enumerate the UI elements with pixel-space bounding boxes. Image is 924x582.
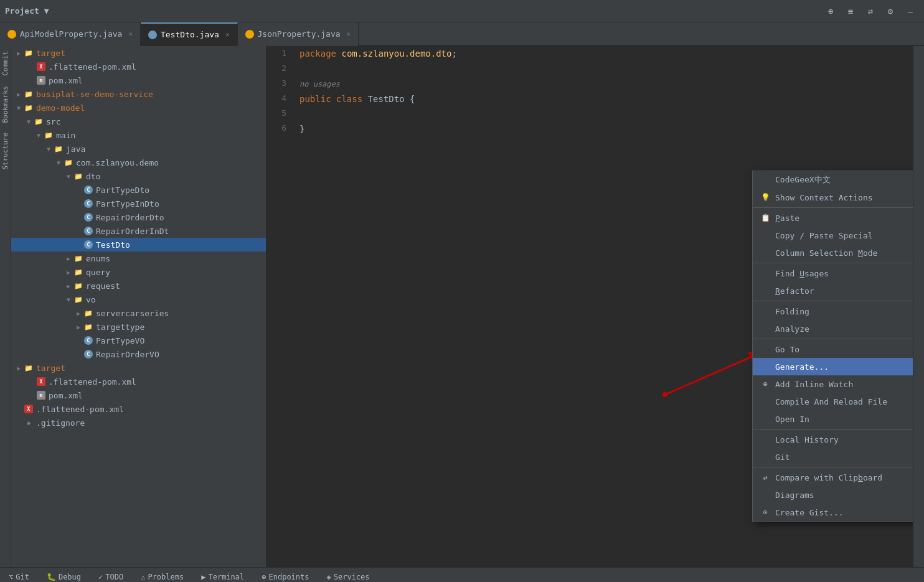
tree-item-package[interactable]: ▼ 📁 com.szlanyou.demo	[11, 156, 266, 169]
menu-item-compile-reload[interactable]: Compile And Reload File	[753, 393, 913, 410]
tree-item-targettype[interactable]: ▶ 📁 targettype	[11, 320, 266, 334]
menu-item-refactor[interactable]: Refactor ▶	[753, 282, 913, 299]
tree-label: main	[56, 131, 75, 140]
code-content[interactable]: package com.szlanyou.demo.dto; no usages…	[295, 46, 913, 136]
tree-item-vo[interactable]: ▼ 📁 vo	[11, 293, 266, 306]
menu-item-show-context[interactable]: 💡 Show Context Actions Ctrl+1	[753, 189, 913, 206]
arrow-icon	[26, 75, 36, 85]
menu-item-diagrams[interactable]: Diagrams ▶	[753, 486, 913, 504]
menu-item-open-in[interactable]: Open In ▶	[753, 410, 913, 428]
tab-api[interactable]: ApiModelProperty.java ✕	[0, 22, 141, 46]
tree-item-parttypeindto[interactable]: C PartTypeInDto	[11, 197, 266, 210]
toolbar-sort-btn[interactable]: ⇄	[862, 2, 879, 20]
right-labels	[913, 46, 924, 567]
menu-item-codegee[interactable]: CodeGeeX中文 ▶	[753, 171, 913, 189]
toolbar-add-btn[interactable]: ⊕	[822, 2, 839, 20]
tab-json[interactable]: JsonProperty.java ✕	[238, 22, 359, 46]
debug-label: Debug	[59, 573, 81, 581]
menu-item-analyze[interactable]: Analyze ▶	[753, 320, 913, 337]
tab-close-json[interactable]: ✕	[347, 30, 351, 38]
left-label-structure[interactable]: Structure	[0, 128, 11, 175]
tree-item-demo-model[interactable]: ▼ 📁 demo-model	[11, 101, 266, 115]
class-icon: C	[83, 185, 93, 195]
folder-icon: 📁	[34, 116, 44, 126]
arrow-icon: ▶	[14, 48, 24, 58]
bottom-git[interactable]: ⌥ Git	[5, 571, 33, 583]
debug-icon: 🐛	[47, 573, 56, 581]
tree-item-flattened1[interactable]: X .flattened-pom.xml	[11, 60, 266, 73]
menu-item-go-to[interactable]: Go To ▶	[753, 340, 913, 358]
menu-item-paste[interactable]: 📋 Paste Ctrl+V	[753, 209, 913, 227]
toolbar-settings-btn[interactable]: ⚙	[882, 2, 899, 20]
tab-label-test: TestDto.java	[161, 30, 219, 39]
left-label-commit[interactable]: Commit	[0, 46, 11, 81]
tab-test[interactable]: TestDto.java ✕	[141, 22, 238, 46]
tree-item-pom2[interactable]: m pom.xml	[11, 388, 266, 402]
bottom-endpoints[interactable]: ⊕ Endpoints	[258, 571, 313, 583]
menu-item-find-usages[interactable]: Find Usages Ctrl+G	[753, 265, 913, 282]
tree-item-target1[interactable]: ▶ 📁 target	[11, 46, 266, 60]
menu-item-column-selection[interactable]: Column Selection Mode Alt+Shift+Insert	[753, 244, 913, 261]
xml-icon: X	[24, 404, 34, 414]
tab-close-test[interactable]: ✕	[225, 31, 230, 39]
arrow-icon: ▶	[14, 363, 24, 373]
menu-item-local-history[interactable]: Local History ▶	[753, 431, 913, 448]
svg-line-1	[665, 351, 765, 395]
tree-item-servercarseries[interactable]: ▶ 📁 servercarseries	[11, 306, 266, 320]
folder-icon: 📁	[83, 308, 93, 318]
menu-item-folding[interactable]: Folding ▶	[753, 303, 913, 320]
menu-item-compare-clipboard[interactable]: ⇄ Compare with Clipboard	[753, 469, 913, 486]
dropdown-arrow-icon[interactable]: ▼	[44, 6, 49, 16]
menu-item-add-inline-watch[interactable]: ⊕ Add Inline Watch	[753, 375, 913, 393]
tree-item-testdto[interactable]: C TestDto	[11, 238, 266, 251]
tree-item-repairorderdto[interactable]: C RepairOrderDto	[11, 210, 266, 224]
arrow-icon	[73, 336, 83, 345]
class-icon: C	[83, 226, 93, 236]
bottom-debug[interactable]: 🐛 Debug	[43, 571, 85, 583]
tree-item-busiplat[interactable]: ▶ 📁 busiplat-se-demo-service	[11, 87, 266, 101]
menu-label-show-context: Show Context Actions	[775, 193, 873, 202]
tree-item-repairorderindto[interactable]: C RepairOrderInDt	[11, 224, 266, 238]
tree-label: com.szlanyou.demo	[76, 158, 159, 167]
bottom-todo[interactable]: ✓ TODO	[95, 571, 127, 583]
tab-close-api[interactable]: ✕	[128, 30, 133, 38]
tree-item-parttypevo[interactable]: C PartTypeVO	[11, 334, 266, 347]
tree-item-enums[interactable]: ▶ 📁 enums	[11, 251, 266, 265]
toolbar-minimize-btn[interactable]: —	[902, 2, 919, 20]
left-label-bookmarks[interactable]: Bookmarks	[0, 81, 11, 128]
menu-item-create-gist[interactable]: ⊙ Create Gist...	[753, 504, 913, 521]
menu-item-git[interactable]: Git ▶	[753, 448, 913, 466]
tree-item-src[interactable]: ▼ 📁 src	[11, 115, 266, 128]
tree-item-dto[interactable]: ▼ 📁 dto	[11, 169, 266, 183]
tree-item-main[interactable]: ▼ 📁 main	[11, 128, 266, 142]
tree-item-parttypedto[interactable]: C PartTypeDto	[11, 183, 266, 197]
arrow-icon	[73, 226, 83, 236]
menu-item-copy-paste-special[interactable]: Copy / Paste Special ▶	[753, 227, 913, 244]
menu-label-codegee: CodeGeeX中文	[775, 174, 831, 185]
tree-item-pom1[interactable]: m pom.xml	[11, 73, 266, 87]
tree-item-repairordervo[interactable]: C RepairOrderVO	[11, 347, 266, 361]
arrow-icon: ▼	[64, 171, 73, 181]
context-menu: CodeGeeX中文 ▶ 💡 Show Context Actions Ctrl…	[752, 171, 913, 522]
bottom-terminal[interactable]: ▶ Terminal	[197, 571, 248, 583]
refactor-icon	[760, 286, 770, 296]
toolbar-list-btn[interactable]: ≡	[842, 2, 859, 20]
editor-area[interactable]: 1 2 3 4 5 6 package com.szlanyou.demo.dt…	[266, 46, 913, 567]
tree-item-flattened3[interactable]: X .flattened-pom.xml	[11, 402, 266, 416]
arrow-icon	[14, 418, 24, 428]
services-icon: ◈	[327, 573, 331, 581]
tree-item-target2[interactable]: ▶ 📁 target	[11, 361, 266, 375]
tree-item-request[interactable]: ▶ 📁 request	[11, 279, 266, 293]
bottom-problems[interactable]: ⚠ Problems	[137, 571, 187, 583]
tree-item-gitignore[interactable]: ◈ .gitignore	[11, 416, 266, 429]
menu-label-open-in: Open In	[775, 415, 809, 424]
bottom-services[interactable]: ◈ Services	[323, 571, 374, 583]
tree-item-java[interactable]: ▼ 📁 java	[11, 142, 266, 156]
column-icon	[760, 248, 770, 258]
tree-item-flattened2[interactable]: X .flattened-pom.xml	[11, 375, 266, 388]
tree-label: .flattened-pom.xml	[36, 405, 124, 414]
menu-item-generate[interactable]: Generate... Alt+Insert	[753, 358, 913, 375]
tab-icon-json	[245, 30, 254, 39]
tree-item-query[interactable]: ▶ 📁 query	[11, 265, 266, 279]
tab-label-json: JsonProperty.java	[258, 29, 341, 39]
